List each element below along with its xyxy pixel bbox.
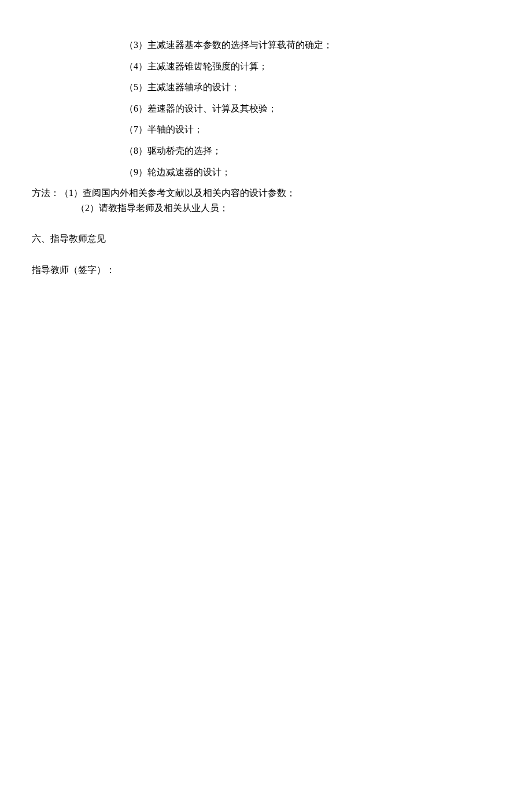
method-item-1: （1）查阅国内外相关参考文献以及相关内容的设计参数； [60, 188, 295, 198]
method-label: 方法： [32, 188, 60, 198]
document-content: （3）主减速器基本参数的选择与计算载荷的确定； （4）主减速器锥齿轮强度的计算；… [32, 38, 500, 278]
list-item: （4）主减速器锥齿轮强度的计算； [124, 59, 500, 74]
list-item: （3）主减速器基本参数的选择与计算载荷的确定； [124, 38, 500, 53]
numbered-list: （3）主减速器基本参数的选择与计算载荷的确定； （4）主减速器锥齿轮强度的计算；… [32, 38, 500, 179]
method-line-2: （2）请教指导老师及相关从业人员； [32, 201, 500, 216]
method-section: 方法：（1）查阅国内外相关参考文献以及相关内容的设计参数； （2）请教指导老师及… [32, 186, 500, 215]
signature-line: 指导教师（签字）： [32, 263, 500, 278]
list-item: （5）主减速器轴承的设计； [124, 80, 500, 95]
list-item: （6）差速器的设计、计算及其校验； [124, 101, 500, 116]
section-heading: 六、指导教师意见 [32, 231, 500, 246]
method-item-2: （2）请教指导老师及相关从业人员； [76, 203, 228, 213]
list-item: （9）轮边减速器的设计； [124, 165, 500, 180]
list-item: （7）半轴的设计； [124, 122, 500, 137]
list-item: （8）驱动桥壳的选择； [124, 143, 500, 158]
method-line-1: 方法：（1）查阅国内外相关参考文献以及相关内容的设计参数； [32, 186, 500, 201]
